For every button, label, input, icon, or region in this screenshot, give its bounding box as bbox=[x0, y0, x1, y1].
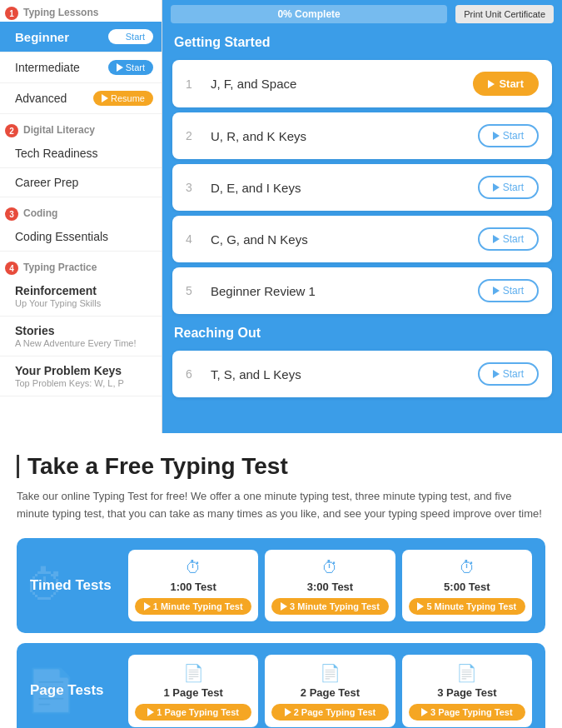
sidebar-item-beginner[interactable]: Beginner Start bbox=[0, 22, 162, 52]
lesson-num-2: 2 bbox=[186, 129, 201, 142]
lesson-name-5: Beginner Review 1 bbox=[211, 284, 468, 298]
advanced-resume-btn[interactable]: Resume bbox=[93, 91, 153, 106]
lesson-name-3: D, E, and I Keys bbox=[211, 181, 468, 195]
stopwatch-icon-2: ⏱ bbox=[271, 558, 388, 577]
play-triangle-1 bbox=[488, 80, 495, 88]
sidebar-item-coding-essentials[interactable]: Coding Essentials bbox=[0, 222, 162, 252]
timed-test-card-3: ⏱ 5:00 Test 5 Minute Typing Test bbox=[402, 550, 532, 621]
play-triangle-4 bbox=[493, 235, 500, 243]
print-certificate-btn[interactable]: Print Unit Certificate bbox=[455, 5, 554, 23]
page-test-card-2: 📄 2 Page Test 2 Page Typing Test bbox=[265, 655, 395, 727]
sidebar-section-label-1: 1 Typing Lessons bbox=[0, 0, 162, 22]
cursor-icon bbox=[17, 455, 19, 478]
section-number-1: 1 bbox=[5, 7, 18, 20]
sidebar-item-advanced[interactable]: Advanced Resume bbox=[0, 83, 162, 114]
page-test-card-2-title: 2 Page Test bbox=[271, 686, 388, 699]
lesson-start-btn-4[interactable]: Start bbox=[478, 227, 539, 251]
lesson-card-1: 1 J, F, and Space Start bbox=[172, 60, 552, 107]
intermediate-start-btn[interactable]: Start bbox=[108, 60, 153, 75]
progress-label: 0% Complete bbox=[277, 8, 340, 20]
page-icon-1: 📄 bbox=[135, 663, 251, 683]
play-triangle-3 bbox=[493, 183, 500, 192]
play-triangle-page-2 bbox=[285, 708, 291, 716]
page-test-card-1-title: 1 Page Test bbox=[135, 686, 251, 699]
lesson-name-1: J, F, and Space bbox=[211, 77, 463, 91]
lesson-start-btn-6[interactable]: Start bbox=[478, 362, 539, 386]
sidebar-section-label-3: 3 Coding bbox=[0, 201, 162, 222]
lesson-start-btn-5[interactable]: Start bbox=[478, 279, 539, 302]
sidebar-item-reinforcement[interactable]: Reinforcement Up Your Typing Skills bbox=[0, 277, 162, 317]
sidebar-item-intermediate[interactable]: Intermediate Start bbox=[0, 52, 162, 83]
play-triangle-page-3 bbox=[421, 708, 428, 716]
play-icon bbox=[117, 32, 123, 41]
lesson-start-btn-1[interactable]: Start bbox=[473, 72, 539, 96]
page-test-btn-2[interactable]: 2 Page Typing Test bbox=[271, 704, 388, 721]
intermediate-label: Intermediate bbox=[15, 61, 80, 74]
page-icon-2: 📄 bbox=[271, 663, 388, 683]
play-triangle-6 bbox=[493, 370, 500, 378]
lesson-num-3: 3 bbox=[186, 181, 201, 194]
section-number-3: 3 bbox=[5, 207, 18, 221]
timed-test-btn-2[interactable]: 3 Minute Typing Test bbox=[271, 598, 388, 615]
beginner-label: Beginner bbox=[15, 30, 69, 44]
section-number-2: 2 bbox=[5, 124, 18, 137]
lesson-num-4: 4 bbox=[186, 232, 201, 246]
page-test-card-3: 📄 3 Page Test 3 Page Typing Test bbox=[402, 655, 532, 727]
sidebar-section-digital-literacy: 2 Digital Literacy Tech Readiness Career… bbox=[0, 117, 162, 197]
play-triangle-2 bbox=[493, 132, 500, 140]
top-section: 1 Typing Lessons Beginner Start Intermed… bbox=[0, 0, 562, 433]
main-content: 0% Complete Print Unit Certificate Getti… bbox=[162, 0, 562, 433]
lesson-start-btn-2[interactable]: Start bbox=[478, 124, 539, 147]
lesson-name-2: U, R, and K Keys bbox=[211, 129, 468, 143]
lesson-name-4: C, G, and N Keys bbox=[211, 232, 468, 247]
play-triangle-timed-3 bbox=[417, 602, 424, 611]
advanced-label: Advanced bbox=[15, 92, 67, 105]
beginner-start-btn[interactable]: Start bbox=[108, 29, 153, 44]
lesson-card-3: 3 D, E, and I Keys Start bbox=[172, 164, 552, 211]
section-number-4: 4 bbox=[5, 262, 18, 275]
timed-tests-banner: ⏱ Timed Tests ⏱ 1:00 Test 1 Minute Typin… bbox=[17, 538, 545, 633]
lesson-name-6: T, S, and L Keys bbox=[211, 367, 468, 381]
sidebar-section-typing-practice: 4 Typing Practice Reinforcement Up Your … bbox=[0, 255, 162, 396]
lesson-num-6: 6 bbox=[186, 367, 201, 381]
play-icon-2 bbox=[117, 63, 123, 72]
sidebar-item-problem-keys[interactable]: Your Problem Keys Top Problem Keys: W, L… bbox=[0, 357, 162, 396]
play-triangle-page-1 bbox=[147, 708, 154, 716]
free-typing-description: Take our online Typing Test for free! We… bbox=[17, 488, 545, 523]
page-test-btn-1[interactable]: 1 Page Typing Test bbox=[135, 704, 251, 721]
lesson-num-5: 5 bbox=[186, 284, 201, 297]
timed-test-card-2-title: 3:00 Test bbox=[271, 581, 388, 593]
lesson-card-4: 4 C, G, and N Keys Start bbox=[172, 216, 552, 262]
lesson-card-5: 5 Beginner Review 1 Start bbox=[172, 267, 552, 314]
sidebar-item-tech-readiness[interactable]: Tech Readiness bbox=[0, 139, 162, 168]
sidebar: 1 Typing Lessons Beginner Start Intermed… bbox=[0, 0, 162, 433]
timed-test-card-1: ⏱ 1:00 Test 1 Minute Typing Test bbox=[128, 550, 258, 621]
page-icon-3: 📄 bbox=[409, 663, 525, 683]
sidebar-item-stories[interactable]: Stories A New Adventure Every Time! bbox=[0, 317, 162, 357]
sidebar-item-career-prep[interactable]: Career Prep bbox=[0, 168, 162, 197]
sidebar-section-label-4: 4 Typing Practice bbox=[0, 255, 162, 277]
timed-test-card-2: ⏱ 3:00 Test 3 Minute Typing Test bbox=[265, 550, 395, 621]
page-test-btn-3[interactable]: 3 Page Typing Test bbox=[409, 704, 525, 721]
timed-test-btn-1[interactable]: 1 Minute Typing Test bbox=[135, 598, 251, 615]
page-test-cards-row: 📄 1 Page Test 1 Page Typing Test 📄 2 Pag… bbox=[128, 655, 532, 727]
sidebar-section-coding: 3 Coding Coding Essentials bbox=[0, 201, 162, 252]
stopwatch-icon-3: ⏱ bbox=[409, 558, 525, 577]
free-typing-title: Take a Free Typing Test bbox=[17, 453, 545, 480]
page-test-card-3-title: 3 Page Test bbox=[409, 686, 525, 699]
timed-test-cards-row: ⏱ 1:00 Test 1 Minute Typing Test ⏱ 3:00 … bbox=[128, 550, 532, 621]
lesson-card-2: 2 U, R, and K Keys Start bbox=[172, 112, 552, 159]
bottom-section: Take a Free Typing Test Take our online … bbox=[0, 433, 562, 728]
timed-tests-title: Timed Tests bbox=[30, 577, 122, 594]
progress-bar: 0% Complete bbox=[171, 5, 447, 23]
play-triangle-5 bbox=[493, 287, 500, 295]
play-icon-3 bbox=[102, 94, 108, 102]
play-triangle-timed-2 bbox=[281, 602, 287, 611]
timed-test-btn-3[interactable]: 5 Minute Typing Test bbox=[409, 598, 525, 615]
progress-container: 0% Complete Print Unit Certificate bbox=[162, 0, 562, 28]
timed-test-card-1-title: 1:00 Test bbox=[135, 581, 251, 593]
page-tests-title: Page Tests bbox=[30, 682, 122, 699]
lesson-num-1: 1 bbox=[186, 77, 201, 91]
sidebar-section-typing-lessons: 1 Typing Lessons Beginner Start Intermed… bbox=[0, 0, 162, 114]
lesson-start-btn-3[interactable]: Start bbox=[478, 176, 539, 199]
